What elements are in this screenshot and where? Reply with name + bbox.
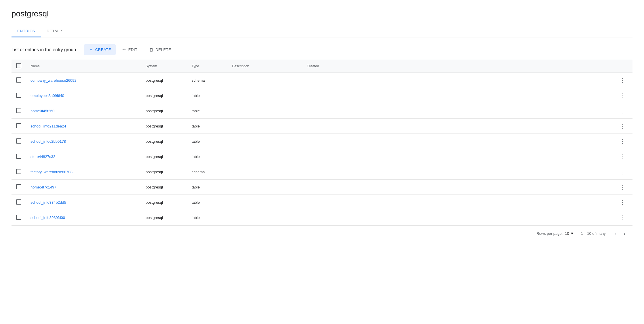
row-actions-cell: ⋮: [613, 88, 632, 103]
edit-button[interactable]: ✏ EDIT: [118, 45, 142, 55]
row-checkbox-cell: [12, 149, 26, 164]
row-system-cell: postgresql: [141, 103, 187, 119]
row-system-cell: postgresql: [141, 164, 187, 180]
row-created-cell: [302, 134, 613, 149]
entry-link[interactable]: employees8a09f640: [31, 94, 64, 98]
select-all-checkbox[interactable]: [16, 63, 21, 68]
row-checkbox[interactable]: [16, 169, 21, 174]
row-name-cell: company_warehouse26092: [26, 73, 141, 88]
row-name-cell: school_infoc2bb0178: [26, 134, 141, 149]
rows-per-page-value: 10: [565, 231, 569, 236]
prev-page-button[interactable]: ‹: [613, 229, 619, 238]
row-actions-cell: ⋮: [613, 195, 632, 210]
row-type-cell: table: [187, 210, 227, 225]
entry-link[interactable]: school_infoc2bb0178: [31, 139, 66, 144]
row-description-cell: [227, 134, 302, 149]
next-page-button[interactable]: ›: [621, 229, 628, 238]
row-more-button[interactable]: ⋮: [618, 168, 628, 176]
table-footer: Rows per page: 10 ▼ 1 – 10 of many ‹ ›: [12, 225, 632, 241]
row-checkbox[interactable]: [16, 199, 21, 205]
row-checkbox-cell: [12, 119, 26, 134]
table-row: home0f45f260 postgresql table ⋮: [12, 103, 632, 119]
row-name-cell: factory_warehouse88708: [26, 164, 141, 180]
row-checkbox[interactable]: [16, 215, 21, 220]
row-checkbox-cell: [12, 134, 26, 149]
row-actions-cell: ⋮: [613, 134, 632, 149]
row-actions-cell: ⋮: [613, 149, 632, 164]
row-system-cell: postgresql: [141, 195, 187, 210]
row-actions-cell: ⋮: [613, 210, 632, 225]
page-container: postgresql ENTRIES DETAILS List of entri…: [0, 0, 644, 241]
entry-link[interactable]: home0f45f260: [31, 109, 54, 113]
row-type-cell: table: [187, 103, 227, 119]
row-checkbox[interactable]: [16, 108, 21, 113]
entry-link[interactable]: school_info211dea24: [31, 124, 66, 128]
table-row: factory_warehouse88708 postgresql schema…: [12, 164, 632, 180]
rows-per-page-select[interactable]: 10 ▼: [565, 231, 574, 236]
row-created-cell: [302, 195, 613, 210]
row-system-cell: postgresql: [141, 73, 187, 88]
table-row: school_infoc2bb0178 postgresql table ⋮: [12, 134, 632, 149]
row-more-button[interactable]: ⋮: [618, 107, 628, 115]
row-type-cell: table: [187, 119, 227, 134]
row-more-button[interactable]: ⋮: [618, 122, 628, 130]
row-more-button[interactable]: ⋮: [618, 198, 628, 206]
row-checkbox-cell: [12, 73, 26, 88]
row-description-cell: [227, 103, 302, 119]
pagination-info: 1 – 10 of many: [581, 231, 606, 236]
edit-label: EDIT: [128, 47, 138, 52]
row-name-cell: store44827c32: [26, 149, 141, 164]
header-actions: [613, 60, 632, 73]
create-icon: ＋: [89, 47, 94, 53]
row-more-button[interactable]: ⋮: [618, 183, 628, 191]
row-type-cell: table: [187, 134, 227, 149]
page-title: postgresql: [12, 9, 632, 18]
row-actions-cell: ⋮: [613, 103, 632, 119]
row-created-cell: [302, 180, 613, 195]
toolbar-title: List of entries in the entry group: [12, 47, 76, 52]
row-checkbox[interactable]: [16, 138, 21, 144]
entry-link[interactable]: home587c1497: [31, 185, 56, 189]
row-more-button[interactable]: ⋮: [618, 92, 628, 100]
row-checkbox[interactable]: [16, 154, 21, 159]
row-checkbox[interactable]: [16, 123, 21, 128]
edit-icon: ✏: [123, 47, 127, 52]
row-description-cell: [227, 164, 302, 180]
entry-link[interactable]: school_info3989fd00: [31, 216, 65, 220]
row-system-cell: postgresql: [141, 88, 187, 103]
tab-details[interactable]: DETAILS: [41, 25, 69, 37]
row-name-cell: school_info334b2dd5: [26, 195, 141, 210]
toolbar: List of entries in the entry group ＋ CRE…: [12, 44, 632, 55]
row-checkbox-cell: [12, 164, 26, 180]
rows-per-page-dropdown-icon: ▼: [570, 231, 574, 236]
row-description-cell: [227, 88, 302, 103]
row-actions-cell: ⋮: [613, 164, 632, 180]
entry-link[interactable]: company_warehouse26092: [31, 78, 77, 83]
entry-link[interactable]: factory_warehouse88708: [31, 170, 73, 174]
row-system-cell: postgresql: [141, 119, 187, 134]
header-system: System: [141, 60, 187, 73]
row-type-cell: schema: [187, 73, 227, 88]
row-more-button[interactable]: ⋮: [618, 76, 628, 84]
row-checkbox-cell: [12, 195, 26, 210]
header-type: Type: [187, 60, 227, 73]
row-checkbox-cell: [12, 103, 26, 119]
header-checkbox-col: [12, 60, 26, 73]
create-button[interactable]: ＋ CREATE: [84, 44, 116, 55]
row-more-button[interactable]: ⋮: [618, 137, 628, 145]
row-checkbox[interactable]: [16, 77, 21, 83]
row-more-button[interactable]: ⋮: [618, 214, 628, 222]
row-type-cell: schema: [187, 164, 227, 180]
tab-entries[interactable]: ENTRIES: [12, 25, 41, 37]
entry-link[interactable]: store44827c32: [31, 155, 55, 159]
table-row: school_info334b2dd5 postgresql table ⋮: [12, 195, 632, 210]
row-name-cell: school_info3989fd00: [26, 210, 141, 225]
row-checkbox[interactable]: [16, 184, 21, 189]
table-header-row: Name System Type Description Created: [12, 60, 632, 73]
row-created-cell: [302, 73, 613, 88]
row-name-cell: home0f45f260: [26, 103, 141, 119]
delete-button[interactable]: 🗑 DELETE: [144, 45, 176, 55]
entry-link[interactable]: school_info334b2dd5: [31, 200, 66, 205]
row-more-button[interactable]: ⋮: [618, 153, 628, 161]
row-checkbox[interactable]: [16, 93, 21, 98]
